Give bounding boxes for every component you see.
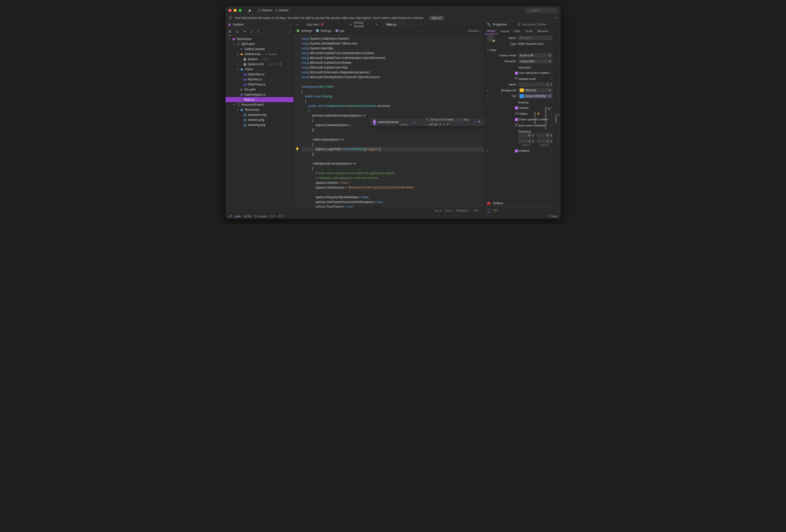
checkbox-opaque[interactable]: ✓ [515,106,518,110]
search-icon[interactable]: ⌕ [289,30,291,33]
checkbox-installed[interactable]: ✓ [515,149,518,152]
tree-project-node[interactable]: ▾MyProject [226,42,294,47]
close-window-button[interactable] [229,9,232,12]
nav-forward-button[interactable]: › [297,23,298,26]
add-prop-button[interactable]: + [487,89,490,92]
tree-project-node[interactable]: ▾ResourceProject [226,102,294,107]
tree-views-folder[interactable]: ▾🖿Views [226,67,294,72]
rail-unit-tests[interactable]: ⚡Unit Tests [534,112,540,124]
add-prop-button[interactable]: + [487,149,490,152]
cursor-col[interactable]: Col: 1 [445,209,452,212]
git-head[interactable]: HEAD [244,215,252,218]
editor-tab-active[interactable]: Main.cs⌄ [380,21,417,28]
nav-back-button[interactable]: ‹ [296,23,297,26]
tab-behavior[interactable]: Behavior [535,28,551,34]
stretch-w-input[interactable]: 1▴▾ [518,139,534,143]
solution-pad-header[interactable]: ▣ Solution ⌄ [226,21,294,28]
tree-file[interactable]: iInfo.plist [226,87,294,92]
breadcrumb-item[interactable]: get [340,29,344,33]
tree-reference-item[interactable]: ▦System – 5.1.1 [226,57,294,62]
errors-badge[interactable]: ⊘ 3 [271,214,275,218]
tree-getting-started[interactable]: ✦Getting Started [226,47,294,52]
code-editor[interactable]: using System.Collections.Generic; using … [294,34,484,208]
document-outline-header[interactable]: ☰Document Outline [515,21,555,28]
checkbox-mt[interactable] [515,77,518,80]
solution-toolbar: ☰ 🗀 ⚭ ⎌ ⇪ ⌕ [226,28,294,35]
properties-title: Properties [493,23,507,26]
prop-semantic-select[interactable]: Unspecified⇅ [518,59,552,64]
rail-toolbox[interactable]: TToolbox [554,114,560,123]
properties-header[interactable]: 🔧Properties⌄ [484,21,515,28]
tree-file[interactable]: C#MyView.cs [226,77,294,82]
editor-tab[interactable]: App.xaml📌 [300,21,343,28]
editor-statusbar: Ln: 1 Col: 1 4 Spaces ⌄ CR ⌄ [294,208,484,213]
tree-image-file[interactable]: ▨slowpoke.png [226,112,294,117]
warnings-badge[interactable]: ⚠ 5 [278,214,283,218]
minimize-window-button[interactable] [234,9,237,12]
tasks-button[interactable]: ✓ Tasks [547,214,557,218]
chevron-down-icon[interactable]: ⌄ [288,23,291,26]
tree-reference-item[interactable]: ▦System.Xml – 5.1.1 ⟳ [226,62,294,67]
lightbulb-icon[interactable]: 💡 [295,147,299,152]
tree-solution-node[interactable]: ▾▣MySolution [226,37,294,42]
git-changes[interactable]: 5 changes [255,215,268,218]
tree-image-file[interactable]: ▨slowking.png [226,122,294,127]
chevron-down-icon[interactable]: ⌄ [413,23,415,26]
list-view-button[interactable]: ☰ [229,30,231,35]
global-search-input[interactable] [530,8,553,12]
tree-references[interactable]: ▾🖿References – 1 update [226,52,294,57]
prop-tint-input[interactable]: Default (#ff2d99f9)⇅ [518,94,552,98]
tree-resources-folder[interactable]: ▾🖿Resources [226,107,294,112]
toolbox-grid-view[interactable]: ▭ [487,208,490,213]
close-tab-button[interactable]: × [376,23,378,27]
cursor-line[interactable]: Ln: 1 [435,209,441,212]
checkbox-autoresize[interactable] [515,123,518,126]
class-view-button[interactable]: ⚭ [244,30,246,33]
tree-file[interactable]: C#MainView.cs [226,72,294,77]
section-view[interactable]: View [490,49,496,52]
run-button[interactable]: ▶ [249,8,252,13]
tab-layout[interactable]: Layout [498,28,511,34]
checkbox-hidden[interactable] [515,112,518,115]
stretch-y-input[interactable]: 0▴▾ [537,133,553,138]
prop-name-input[interactable]: No name [518,35,552,40]
tree-file[interactable]: C#AppDelegate.cs [226,92,294,97]
tab-scroll[interactable]: Scroll [523,28,535,34]
editor-tab[interactable]: ✦Getting Started× [343,21,380,28]
search-icon[interactable]: ⌕ [413,120,415,125]
stretch-h-input[interactable]: 1▴▾ [537,139,553,143]
checkbox-clears[interactable]: ✓ [515,118,518,121]
prop-background-input[interactable]: #fff9c02d⇅ [518,88,552,93]
pin-icon[interactable]: 📌 [321,23,324,26]
git-branch[interactable]: main [235,215,241,218]
maximize-window-button[interactable] [239,9,242,12]
breadcrumb-item[interactable]: Settings [320,29,331,33]
folder-view-button[interactable]: 🗀 [236,30,239,33]
view-mode-selector[interactable]: Source ⌄ [469,29,482,33]
signin-button[interactable]: Sign In [429,16,444,20]
eol-selector[interactable]: CR ⌄ [474,209,481,212]
run-target-selector[interactable]: ▢ Default › ▯ Default [255,8,291,13]
deploy-view-button[interactable]: ⇪ [257,30,259,33]
tab-widget[interactable]: Widget [484,28,498,34]
prop-alpha-input[interactable]: 1▴▾ [518,82,552,87]
checkbox-uie[interactable]: ✓ [515,72,518,75]
branch-view-button[interactable]: ⎌ [251,30,252,33]
tree-file-selected[interactable]: C#Main.cs [226,97,294,102]
banner-close-button[interactable]: ✕ [554,16,557,20]
pin-tooltip-button[interactable]: ⇱ [478,120,481,125]
tab-style[interactable]: Style [511,28,523,34]
tree-file[interactable]: C#OtherView.cs [226,82,294,87]
stretch-x-input[interactable]: 0▴▾ [518,133,534,138]
prop-alpha-label: Alpha: [487,83,517,86]
breadcrumb-item[interactable]: Settings [301,29,312,33]
indent-selector[interactable]: 4 Spaces ⌄ [456,209,470,212]
tree-image-file[interactable]: ▨slowbro.png [226,117,294,122]
add-prop-button[interactable]: + [487,95,490,98]
prop-contentmode-select[interactable]: Scale to fill⇅ [518,53,552,58]
toolbox-header[interactable]: 🧰Toolbox⌄ [484,200,555,207]
new-tab-button[interactable]: + [417,23,426,26]
rail-document-outline[interactable]: ▤Document Outline [544,107,550,129]
global-search[interactable]: ⌕ [525,7,557,13]
toolbox-sort-button[interactable]: a z [494,208,498,212]
